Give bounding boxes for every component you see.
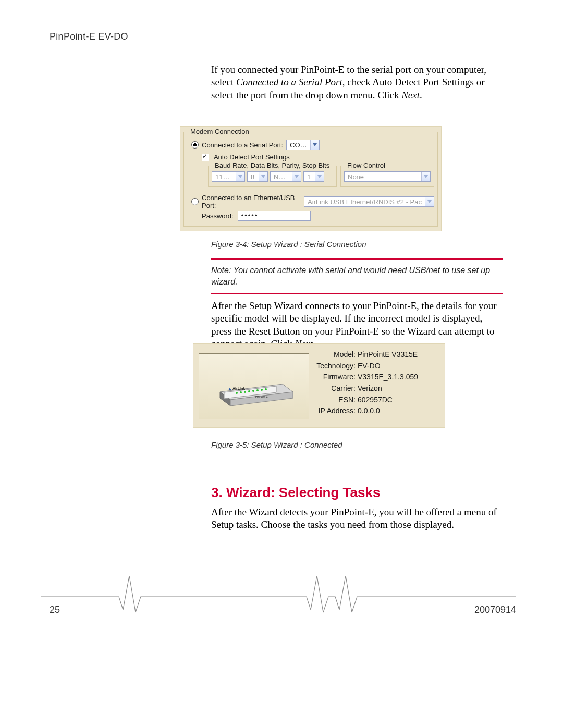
intro-paragraph: If you connected your PinPoint-E to the … xyxy=(211,64,503,102)
ethernet-port-value: AirLink USB Ethernet/RNDIS #2 - Pac xyxy=(304,198,425,206)
svg-point-19 xyxy=(265,388,267,390)
modem-connection-panel: Modem Connection Connected to a Serial P… xyxy=(180,126,442,231)
divider-red xyxy=(211,293,503,294)
stop-bits-select[interactable]: 1 xyxy=(303,171,324,182)
parity-select[interactable]: None xyxy=(270,171,301,182)
device-brand: AirLink xyxy=(232,387,245,390)
ethernet-port-select[interactable]: AirLink USB Ethernet/RNDIS #2 - Pac xyxy=(304,196,434,207)
spec-firmware-key: Firmware: xyxy=(316,372,358,383)
note-text: Note: You cannot activate with serial an… xyxy=(211,265,503,288)
page: PinPoint-E EV-DO If you connected your P… xyxy=(0,0,563,728)
data-bits-select[interactable]: 8 xyxy=(247,171,268,182)
spec-esn-value: 602957DC xyxy=(358,394,393,406)
intro-text-c: . xyxy=(420,90,422,101)
chevron-down-icon xyxy=(425,197,434,206)
spec-carrier-value: Verizon xyxy=(358,383,382,394)
page-number: 25 xyxy=(50,604,60,615)
flow-control-select[interactable]: None xyxy=(344,171,431,182)
heartbeat-divider xyxy=(41,573,516,620)
spec-carrier-key: Carrier: xyxy=(316,383,358,394)
spec-ip-value: 0.0.0.0 xyxy=(358,405,380,417)
svg-point-18 xyxy=(261,389,263,391)
svg-marker-2 xyxy=(261,175,265,178)
svg-point-13 xyxy=(240,391,242,393)
intro-italic-2: Next xyxy=(401,90,420,101)
flow-control-legend: Flow Control xyxy=(345,162,387,169)
svg-point-17 xyxy=(256,389,259,391)
chevron-down-icon xyxy=(292,172,301,181)
svg-marker-4 xyxy=(317,175,322,178)
spec-model-value: PinPointE V3315E xyxy=(358,349,418,361)
svg-marker-0 xyxy=(313,143,317,146)
spec-esn-key: ESN: xyxy=(316,394,358,406)
page-date: 20070914 xyxy=(474,604,516,615)
ethernet-port-radio-label: Connected to an Ethernet/USB Port: xyxy=(202,194,301,209)
auto-detect-label: Auto Detect Port Settings xyxy=(214,153,290,161)
section-heading: 3. Wizard: Selecting Tasks xyxy=(211,485,503,501)
figure-3-5-caption: Figure 3-5: Setup Wizard : Connected xyxy=(211,440,503,449)
intro-italic-1: Connected to a Serial Port xyxy=(236,77,342,88)
baud-rate-select[interactable]: 115200 xyxy=(212,171,245,182)
auto-detect-checkbox[interactable] xyxy=(202,154,212,162)
svg-marker-11 xyxy=(228,388,231,390)
spec-firmware-value: V3315E_3.1.3.059 xyxy=(358,372,418,383)
section-body: After the Wizard detects your PinPoint-E… xyxy=(211,506,503,532)
svg-marker-1 xyxy=(238,175,242,178)
chevron-down-icon xyxy=(315,172,324,181)
svg-point-16 xyxy=(252,390,254,392)
serial-port-radio[interactable] xyxy=(191,141,202,149)
spec-ip-key: IP Address: xyxy=(316,405,358,417)
ethernet-port-radio[interactable] xyxy=(191,198,202,206)
svg-marker-3 xyxy=(295,175,299,178)
device-info-panel: AirLink PinPoint-E Model: PinPointE V331… xyxy=(193,343,445,428)
svg-point-15 xyxy=(248,390,250,392)
svg-point-14 xyxy=(244,391,246,393)
device-specs: Model: PinPointE V3315E Technology: EV-D… xyxy=(316,349,439,417)
spec-model-key: Model: xyxy=(316,349,358,361)
figure-3-4-caption: Figure 3-4: Setup Wizard : Serial Connec… xyxy=(211,240,503,249)
serial-port-radio-label: Connected to a Serial Port: xyxy=(202,141,283,149)
device-illustration: AirLink PinPoint-E xyxy=(210,363,298,410)
modem-connection-legend: Modem Connection xyxy=(188,128,251,135)
spec-tech-value: EV-DO xyxy=(358,361,381,372)
chevron-down-icon xyxy=(259,172,267,181)
device-model-label: PinPoint-E xyxy=(255,395,268,398)
left-rail xyxy=(41,65,41,597)
serial-port-select[interactable]: COM1 xyxy=(286,140,320,150)
chevron-down-icon xyxy=(310,140,319,150)
svg-point-12 xyxy=(236,392,238,394)
password-value: ••••• xyxy=(241,212,259,219)
serial-port-value: COM1 xyxy=(287,141,310,149)
running-head: PinPoint-E EV-DO xyxy=(50,31,128,42)
p2-text-a: After the Setup Wizard connects to your … xyxy=(211,300,497,349)
svg-marker-6 xyxy=(427,200,432,203)
chevron-down-icon xyxy=(236,172,244,181)
svg-marker-5 xyxy=(424,175,428,178)
device-photo: AirLink PinPoint-E xyxy=(199,353,309,419)
password-label: Password: xyxy=(202,212,234,220)
password-input[interactable]: ••••• xyxy=(238,211,311,221)
chevron-down-icon xyxy=(421,172,430,181)
baud-group-legend: Baud Rate, Data Bits, Parity, Stop Bits xyxy=(213,162,332,169)
spec-tech-key: Technology: xyxy=(316,361,358,372)
